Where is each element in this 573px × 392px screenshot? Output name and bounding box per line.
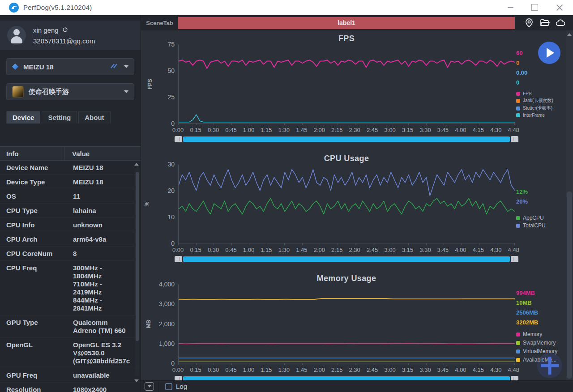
table-row[interactable]: GPU TypeQualcomm Adreno (TM) 660 [0,315,141,338]
x-tick-label: 0:00 [172,366,184,373]
device-brand-icon [12,64,18,70]
memory-plot-area [178,284,515,363]
memory-timeline-scrollbar[interactable] [175,376,518,380]
x-tick-label: 3:00 [384,366,395,373]
app-selector[interactable]: 使命召唤手游 [6,83,134,100]
info-cell: CPU Arch [0,232,65,246]
scrollbar-bar[interactable] [183,136,510,142]
cloud-icon[interactable] [555,17,566,28]
add-chart-button[interactable] [537,353,562,378]
table-scroll-up-icon[interactable] [134,163,139,166]
folder-icon[interactable] [539,17,550,28]
table-row[interactable]: CPU Archarm64-v8a [0,232,141,247]
fps-timeline-scrollbar[interactable] [175,136,518,142]
info-cell: CPU Info [0,218,65,232]
tab-about[interactable]: About [78,111,110,124]
table-scrollbar-thumb[interactable] [136,172,139,341]
legend-swatch-icon [516,113,520,117]
table-row[interactable]: GPU Frequnavailable [0,368,141,383]
main-area: SceneTab label1 FPS FPS [141,15,573,392]
close-button[interactable] [556,4,563,11]
scene-label-bar[interactable]: label1 [178,17,515,29]
cpu-timeline-scrollbar[interactable] [175,256,518,262]
table-row[interactable]: OpenGLOpenGL ES 3.2 V@0530.0 (GIT@38bdfd… [0,338,141,368]
log-toggle[interactable]: Log [165,383,187,390]
x-tick-label: 3:00 [384,127,395,133]
legend-item: AppCPU [516,215,566,221]
logout-power-icon[interactable] [62,26,68,34]
table-row[interactable]: CPU CoreNum8 [0,247,141,261]
y-tick-label: 0 [171,120,175,127]
vertical-scrollbar-thumb[interactable] [567,192,572,379]
x-tick-label: 4:15 [473,247,484,253]
current-value: 12% [516,187,566,197]
scrollbar-right-handle[interactable] [511,376,518,380]
info-cell: OS [0,189,65,203]
table-row[interactable]: Resolution1080x2400 [0,383,141,392]
table-scrollbar[interactable] [135,168,139,376]
scrollbar-left-handle[interactable] [175,136,182,142]
table-row[interactable]: CPU Infounknown [0,218,141,232]
x-tick-label: 2:00 [314,247,325,253]
table-scroll-down-icon[interactable] [134,379,139,382]
x-tick-label: 0:30 [208,247,219,253]
fps-y-axis: 7550250 [152,44,175,124]
scrollbar-right-handle[interactable] [511,256,518,262]
current-value: 10MB [516,298,566,308]
scrollbar-left-handle[interactable] [175,256,182,262]
table-row[interactable]: Device NameMEIZU 18 [0,161,141,175]
tab-device[interactable]: Device [6,111,40,124]
legend-item: TotalCPU [516,222,566,229]
value-cell: Qualcomm Adreno (TM) 660 [65,315,141,337]
scroll-up-icon[interactable] [567,33,572,36]
collapse-panel-button[interactable] [145,382,154,391]
scrollbar-bar[interactable] [183,256,510,262]
x-tick-label: 3:15 [402,127,413,133]
x-tick-label: 4:30 [490,247,501,253]
maximize-button[interactable] [531,4,538,11]
x-tick-label: 0:30 [208,366,219,373]
value-cell: 1080x2400 [65,383,141,392]
minimize-button[interactable] [508,7,513,8]
play-button[interactable] [538,42,560,64]
scrollbar-right-handle[interactable] [511,136,518,142]
main-vertical-scrollbar[interactable] [566,30,573,380]
scrollbar-bar[interactable] [183,376,510,380]
value-cell: MEIZU 18 [65,175,141,189]
series-line-FPS [179,60,515,68]
y-tick-label: 0 [171,240,175,247]
table-row[interactable]: Device TypeMEIZU 18 [0,175,141,189]
legend-swatch-icon [516,358,520,362]
log-checkbox[interactable] [165,383,172,390]
y-tick-label: 75 [167,41,175,48]
legend-label: AppCPU [523,215,544,221]
sidebar: xin geng 320578311@qq.com MEIZU 18 使命召唤手… [0,15,141,392]
fps-x-ticks [178,124,515,125]
legend-swatch-icon [516,341,520,345]
current-value: 0 [516,78,566,88]
tab-setting[interactable]: Setting [42,111,77,124]
table-row[interactable]: OS11 [0,189,141,204]
scrollbar-left-handle[interactable] [175,376,182,380]
legend-item: Memory [516,331,566,337]
chevron-down-icon [124,65,128,68]
info-cell: Device Name [0,161,65,175]
x-tick-label: 4:15 [473,366,484,373]
x-tick-label: 2:15 [331,127,342,133]
table-row[interactable]: CPU Freq300MHz - 1804MHz 710MHz - 2419MH… [0,261,141,315]
fps-plot-area [178,44,515,124]
x-tick-label: 0:45 [225,366,236,373]
current-value: 20% [516,197,566,207]
device-selector-label: MEIZU 18 [23,63,54,71]
connection-mode-icon[interactable] [110,63,119,71]
device-info-table: Info Value Device NameMEIZU 18Device Typ… [0,146,141,392]
marker-pin-icon[interactable] [524,17,535,28]
table-row[interactable]: CPU Typelahaina [0,204,141,218]
series-line-AvailableMemory [179,298,515,299]
x-tick-label: 0:45 [225,127,236,133]
device-selector[interactable]: MEIZU 18 [6,58,134,75]
legend-swatch-icon [516,107,520,111]
legend-label: Stutter(卡顿率) [523,105,552,111]
game-app-icon [12,86,24,98]
x-tick-label: 3:30 [419,247,431,253]
